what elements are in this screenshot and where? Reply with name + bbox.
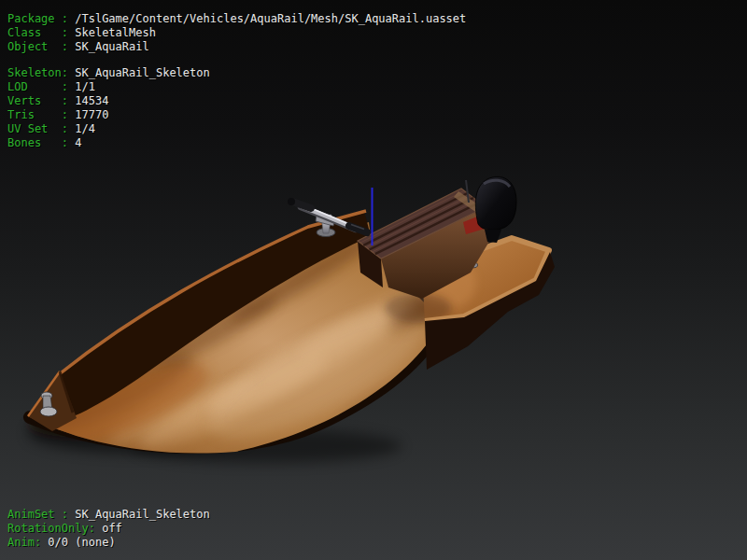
info-line-bones: Bones : 4	[7, 136, 210, 150]
rotationonly-label: RotationOnly:	[7, 522, 102, 535]
info-line-skeleton: Skeleton: SK_AquaRail_Skeleton	[7, 66, 210, 80]
anim-label: Anim:	[7, 536, 48, 549]
model-viewport[interactable]: Package : /TslGame/Content/Vehicles/Aqua…	[0, 0, 747, 560]
skeleton-label: Skeleton:	[7, 66, 75, 79]
animset-label: AnimSet :	[7, 508, 75, 521]
info-line-package: Package : /TslGame/Content/Vehicles/Aqua…	[7, 12, 466, 26]
cleat-base	[40, 407, 57, 416]
verts-value: 14534	[75, 94, 108, 107]
anim-value: 0/0 (none)	[48, 536, 115, 549]
rotationonly-value: off	[102, 522, 122, 535]
left-grip	[292, 202, 311, 208]
motor-body	[475, 176, 516, 230]
info-line-class: Class : SkeletalMesh	[7, 26, 466, 40]
bones-value: 4	[75, 136, 81, 149]
animset-value: SK_AquaRail_Skeleton	[75, 508, 210, 521]
class-label: Class :	[7, 26, 75, 39]
lod-label: LOD :	[7, 80, 75, 93]
info-line-lod: LOD : 1/1	[7, 80, 210, 94]
package-label: Package :	[7, 12, 75, 25]
object-info-panel: Package : /TslGame/Content/Vehicles/Aqua…	[7, 12, 466, 54]
verts-label: Verts :	[7, 94, 75, 107]
info-line-animset: AnimSet : SK_AquaRail_Skeleton	[7, 508, 210, 522]
tris-value: 17770	[75, 108, 108, 121]
left-grip-end	[288, 198, 295, 205]
anim-info-panel: AnimSet : SK_AquaRail_Skeleton RotationO…	[7, 508, 210, 550]
info-line-rotationonly: RotationOnly: off	[7, 522, 210, 536]
info-line-verts: Verts : 14534	[7, 94, 210, 108]
object-value: SK_AquaRail	[75, 40, 148, 53]
tris-label: Tris :	[7, 108, 75, 121]
uvset-label: UV Set :	[7, 122, 75, 135]
info-line-tris: Tris : 17770	[7, 108, 210, 122]
package-value: /TslGame/Content/Vehicles/AquaRail/Mesh/…	[75, 12, 466, 25]
skeleton-value: SK_AquaRail_Skeleton	[75, 66, 210, 79]
class-value: SkeletalMesh	[75, 26, 156, 39]
info-line-object: Object : SK_AquaRail	[7, 40, 466, 54]
mesh-info-panel: Skeleton: SK_AquaRail_Skeleton LOD : 1/1…	[7, 66, 210, 150]
info-line-anim: Anim: 0/0 (none)	[7, 536, 210, 550]
info-line-uvset: UV Set : 1/4	[7, 122, 210, 136]
object-label: Object :	[7, 40, 75, 53]
uvset-value: 1/4	[75, 122, 95, 135]
lod-value: 1/1	[75, 80, 95, 93]
bones-label: Bones :	[7, 136, 75, 149]
